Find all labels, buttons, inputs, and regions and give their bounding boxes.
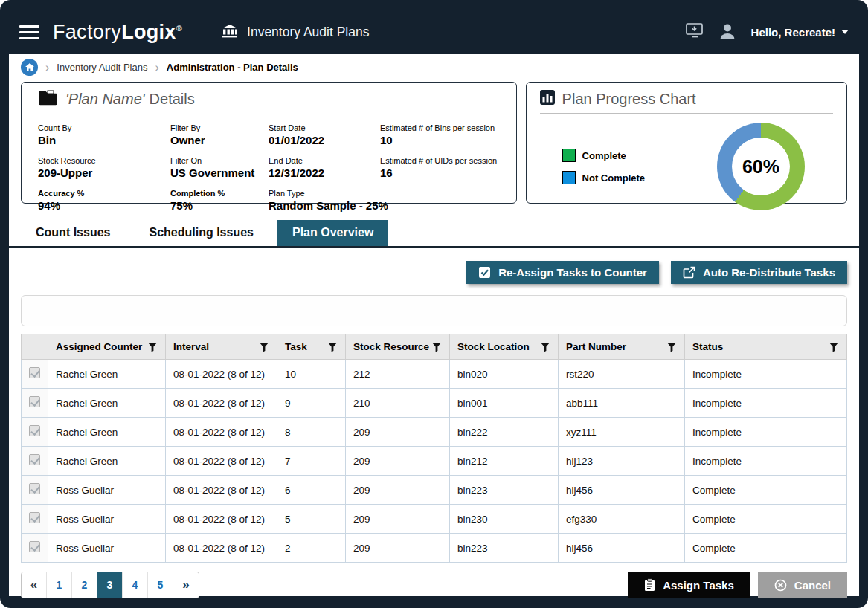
pagination-page-3[interactable]: 3: [97, 572, 123, 598]
redistribute-icon: [683, 266, 695, 279]
column-header-stock-resource[interactable]: Stock Resource: [346, 334, 450, 360]
brand-registered-mark: ®: [176, 24, 182, 33]
filter-icon[interactable]: [327, 342, 338, 352]
cell-assigned-counter: Rachel Green: [48, 447, 166, 476]
row-checkbox[interactable]: [29, 396, 40, 407]
cell-status: Complete: [685, 476, 847, 505]
main-content: › Inventory Audit Plans › Administration…: [9, 54, 859, 596]
cell-interval: 08-01-2022 (8 of 12): [166, 505, 277, 534]
pagination: « 1 2 3 4 5 »: [21, 572, 199, 598]
cell-interval: 08-01-2022 (8 of 12): [166, 447, 277, 476]
cell-stock-location: bin230: [450, 505, 559, 534]
cell-interval: 08-01-2022 (8 of 12): [166, 418, 277, 447]
details-panel-header: 'Plan Name'Details: [38, 90, 313, 114]
cell-stock-location: bin223: [450, 476, 559, 505]
pagination-page-5[interactable]: 5: [148, 572, 173, 598]
filter-icon[interactable]: [829, 342, 839, 352]
menu-icon[interactable]: [19, 25, 39, 39]
breadcrumb-item-current: Administration - Plan Details: [167, 62, 298, 73]
assign-tasks-button[interactable]: Assign Tasks: [628, 572, 750, 598]
checkbox-check-icon: [478, 266, 491, 279]
building-icon: [221, 24, 239, 41]
filter-icon[interactable]: [147, 342, 158, 352]
legend-item-not-complete: Not Complete: [562, 171, 646, 184]
brand-logix: Logix: [121, 21, 176, 43]
progress-body: Complete Not Complete 60%: [540, 114, 833, 210]
user-icon[interactable]: [718, 22, 736, 42]
pagination-page-1[interactable]: 1: [47, 572, 72, 598]
cell-stock-resource: 210: [346, 389, 450, 418]
pagination-last[interactable]: »: [173, 572, 199, 598]
column-header-interval[interactable]: Interval: [166, 334, 277, 360]
field-plan-type: Plan TypeRandom Sample - 25%: [269, 189, 500, 212]
auto-redistribute-button[interactable]: Auto Re-Distribute Tasks: [671, 261, 847, 284]
row-checkbox[interactable]: [29, 367, 40, 378]
navbar-right: Hello, Recreate!: [686, 22, 849, 42]
cell-assigned-counter: Rachel Green: [48, 418, 166, 447]
user-menu[interactable]: Hello, Recreate!: [751, 26, 849, 39]
cell-stock-location: bin212: [450, 447, 559, 476]
table-row: Ross Guellar 08-01-2022 (8 of 12) 5 209 …: [22, 505, 847, 534]
pagination-page-4[interactable]: 4: [123, 572, 148, 598]
cell-part-number: rst220: [559, 360, 685, 389]
tab-scheduling-issues[interactable]: Scheduling Issues: [134, 220, 268, 246]
breadcrumb-item-plans[interactable]: Inventory Audit Plans: [57, 62, 147, 73]
row-checkbox[interactable]: [29, 483, 40, 494]
caret-down-icon: [841, 30, 849, 34]
table-row: Ross Guellar 08-01-2022 (8 of 12) 2 209 …: [22, 534, 847, 563]
cell-interval: 08-01-2022 (8 of 12): [166, 360, 277, 389]
row-checkbox[interactable]: [29, 541, 40, 552]
cell-task: 10: [277, 360, 346, 389]
reassign-tasks-button[interactable]: Re-Assign Tasks to Counter: [466, 261, 659, 284]
breadcrumb-separator: ›: [45, 62, 49, 74]
field-accuracy: Accuracy %94%: [38, 189, 170, 212]
cell-interval: 08-01-2022 (8 of 12): [166, 389, 277, 418]
column-header-task[interactable]: Task: [277, 334, 346, 360]
cancel-button[interactable]: Cancel: [758, 572, 847, 598]
cell-task: 6: [277, 476, 346, 505]
summary-panels: 'Plan Name'Details Count ByBin Filter By…: [9, 80, 859, 204]
cell-task: 2: [277, 534, 346, 563]
legend-item-complete: Complete: [562, 149, 646, 162]
pagination-page-2[interactable]: 2: [72, 572, 97, 598]
row-checkbox[interactable]: [29, 454, 40, 465]
plan-details-panel: 'Plan Name'Details Count ByBin Filter By…: [21, 82, 517, 204]
field-estimated-bins: Estimated # of Bins per session10: [380, 123, 500, 146]
cell-stock-location: bin222: [450, 418, 559, 447]
cell-part-number: hij456: [559, 534, 685, 563]
legend-label: Complete: [582, 150, 626, 161]
column-header-assigned-counter[interactable]: Assigned Counter: [48, 334, 166, 360]
factory-logix-logo: FactoryLogix®: [53, 21, 182, 44]
field-start-date: Start Date01/01/2022: [269, 123, 380, 146]
row-checkbox[interactable]: [29, 425, 40, 436]
column-header-status[interactable]: Status: [685, 334, 847, 360]
app-window: FactoryLogix® Inventory Audit Plans Hell…: [0, 0, 868, 608]
column-header-part-number[interactable]: Part Number: [559, 334, 685, 360]
table-filter-strip[interactable]: [21, 295, 847, 326]
table-row: Ross Guellar 08-01-2022 (8 of 12) 6 209 …: [22, 476, 847, 505]
home-icon[interactable]: [21, 59, 38, 76]
column-header-stock-location[interactable]: Stock Location: [450, 334, 559, 360]
tab-plan-overview[interactable]: Plan Overview: [277, 220, 388, 246]
brand-factory: Factory: [53, 21, 121, 43]
bar-chart-icon: [540, 90, 555, 108]
cell-task: 5: [277, 505, 346, 534]
column-header-select: [22, 334, 48, 360]
tasks-table: Assigned Counter Interval Task Stock Res…: [21, 334, 847, 563]
cell-part-number: efg330: [559, 505, 685, 534]
toolbar: Re-Assign Tasks to Counter Auto Re-Distr…: [21, 261, 847, 284]
page-title-group: Inventory Audit Plans: [221, 24, 369, 41]
greeting-text: Hello, Recreate!: [751, 26, 835, 39]
tab-count-issues[interactable]: Count Issues: [21, 220, 125, 246]
monitor-icon[interactable]: [686, 23, 704, 41]
filter-icon[interactable]: [666, 342, 677, 352]
cancel-icon: [774, 579, 787, 592]
filter-icon[interactable]: [259, 342, 269, 352]
filter-icon[interactable]: [540, 342, 550, 352]
pagination-first[interactable]: «: [22, 572, 47, 598]
cell-assigned-counter: Ross Guellar: [48, 476, 166, 505]
cell-stock-location: bin020: [450, 360, 559, 389]
row-checkbox[interactable]: [29, 512, 40, 523]
cell-status: Complete: [685, 505, 847, 534]
filter-icon[interactable]: [431, 342, 442, 352]
